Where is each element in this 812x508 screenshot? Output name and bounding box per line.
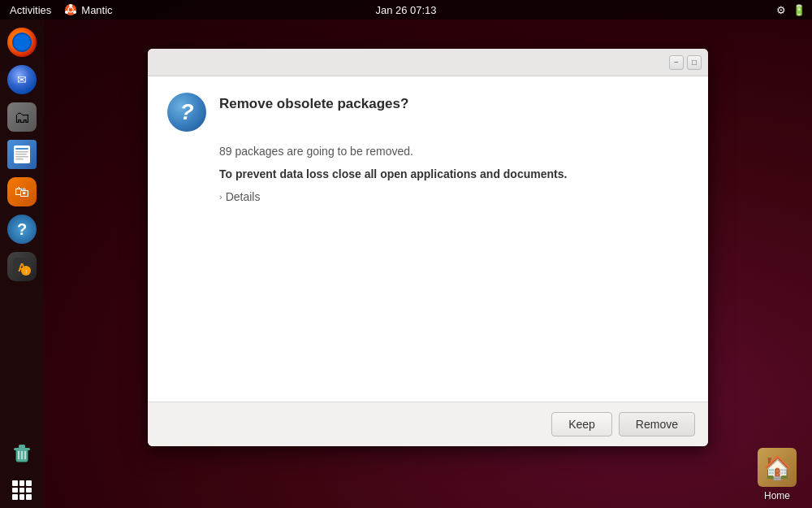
grid-dot <box>19 480 25 486</box>
grid-dot <box>26 494 32 500</box>
appcenter-icon: 🛍 <box>7 177 37 206</box>
dialog-message: 89 packages are going to be removed. <box>219 145 689 158</box>
dock-item-firefox[interactable] <box>6 26 38 59</box>
svg-rect-9 <box>15 156 28 158</box>
trash-icon <box>7 438 37 467</box>
dock-item-thunderbird[interactable] <box>6 63 38 96</box>
svg-rect-10 <box>15 158 24 160</box>
grid-dot <box>26 488 32 493</box>
grid-dot <box>19 488 25 493</box>
desktop: Activities Mantic Jan 26 07:13 ⚙ 🔋 <box>0 0 812 508</box>
writer-icon <box>7 140 37 169</box>
grid-dot <box>19 494 25 500</box>
svg-rect-6 <box>15 148 28 150</box>
dock-item-writer[interactable] <box>6 138 38 171</box>
svg-text:↑: ↑ <box>24 268 28 276</box>
chevron-right-icon: › <box>219 192 222 202</box>
dialog-warning: To prevent data loss close all open appl… <box>219 167 689 180</box>
maximize-button[interactable]: □ <box>687 55 702 70</box>
svg-point-2 <box>73 11 76 14</box>
dialog-titlebar: − □ <box>148 49 708 76</box>
details-toggle[interactable]: › Details <box>219 190 689 203</box>
network-icon[interactable]: ⚙ <box>776 4 786 16</box>
grid-dot <box>12 480 18 486</box>
svg-rect-8 <box>15 154 27 155</box>
updater-icon: A ↑ <box>7 252 37 281</box>
activities-button[interactable]: Activities <box>6 4 54 16</box>
ubuntu-logo-icon <box>64 3 77 16</box>
dock-item-updater[interactable]: A ↑ <box>6 250 38 283</box>
battery-icon[interactable]: 🔋 <box>793 4 806 16</box>
dialog-header: ? Remove obsolete packages? <box>167 93 689 132</box>
dialog-content: ? Remove obsolete packages? 89 packages … <box>148 76 708 402</box>
dock-item-trash[interactable] <box>6 436 38 469</box>
help-icon: ? <box>7 215 37 244</box>
svg-point-3 <box>65 11 68 14</box>
details-label: Details <box>226 190 261 203</box>
dock-item-files[interactable]: 🗂 <box>6 101 38 133</box>
grid-dot <box>12 488 18 493</box>
svg-rect-7 <box>15 151 28 153</box>
dialog-body: 89 packages are going to be removed. To … <box>167 145 689 203</box>
dialog-footer: Keep Remove <box>148 402 708 446</box>
grid-dot <box>26 480 32 486</box>
dock: 🗂 🛍 ? <box>0 20 44 508</box>
dialog-spacer <box>167 210 689 389</box>
topbar: Activities Mantic Jan 26 07:13 ⚙ 🔋 <box>0 0 812 20</box>
dialog-title: Remove obsolete packages? <box>219 96 408 112</box>
svg-point-1 <box>69 4 72 7</box>
minimize-button[interactable]: − <box>669 55 684 70</box>
dialog-overlay: − □ ? Remove obsolete packages? 89 packa… <box>44 20 812 508</box>
topbar-appname: Mantic <box>64 3 112 16</box>
topbar-right: ⚙ 🔋 <box>776 4 806 16</box>
grid-dot <box>12 494 18 500</box>
thunderbird-icon <box>7 65 37 94</box>
firefox-icon <box>7 28 37 57</box>
remove-packages-dialog: − □ ? Remove obsolete packages? 89 packa… <box>148 49 708 446</box>
show-apps-icon <box>7 475 37 505</box>
dock-item-help[interactable]: ? <box>6 213 38 245</box>
files-icon: 🗂 <box>7 102 37 132</box>
keep-button[interactable]: Keep <box>551 412 612 436</box>
remove-button[interactable]: Remove <box>619 412 695 436</box>
topbar-app-name: Mantic <box>81 4 112 16</box>
dock-item-show-apps[interactable] <box>6 474 38 506</box>
dock-item-appcenter[interactable]: 🛍 <box>6 176 38 208</box>
topbar-datetime: Jan 26 07:13 <box>375 4 436 16</box>
question-icon: ? <box>167 93 206 132</box>
svg-rect-17 <box>19 445 25 449</box>
topbar-left: Activities Mantic <box>6 3 113 16</box>
